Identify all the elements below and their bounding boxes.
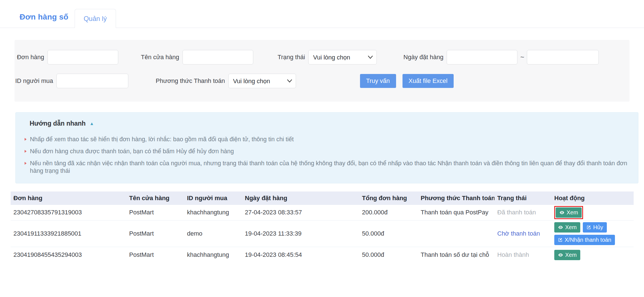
filter-buyer: ID người mua [15,74,128,88]
table-row: 23041908455435294003 PostMart khachhangt… [11,247,634,263]
status-badge: Hoàn thành [494,251,551,258]
filter-panel: Đơn hàng Tên cửa hàng Trạng thái Vui lòn… [15,40,629,102]
cancel-button[interactable]: Hủy [583,222,607,233]
status-badge: Chờ thanh toán [494,230,551,237]
tab-bar: Đơn hàng số Quản lý [0,0,644,28]
filter-date-range: Ngày đặt hàng ~ [403,50,599,64]
order-id: 23041911333921885001 [11,230,126,237]
order-total: 50.000đ [359,251,418,258]
eye-icon [558,225,563,230]
filter-payment: Phương thức Thanh toán Vui lòng chọn [156,74,296,88]
order-total: 50.000đ [359,230,418,237]
order-total: 200.000đ [359,209,418,216]
order-management-page: Đơn hàng số Quản lý Đơn hàng Tên cửa hàn… [0,0,644,297]
bullet-icon [25,150,27,153]
table-header-row: Đơn hàng Tên cửa hàng ID người mua Ngày … [11,191,634,205]
order-id: 23042708335791319003 [11,209,126,216]
date-label: Ngày đặt hàng [403,54,443,61]
list-item: Nếu đơn hàng chưa được thanh toán, bạn c… [24,148,630,155]
order-input[interactable] [48,50,118,64]
header-store: Tên cửa hàng [126,195,184,202]
table-row: 23042708335791319003 PostMart khachhangt… [11,205,634,221]
buyer-label: ID người mua [15,77,53,85]
filter-store: Tên cửa hàng [141,50,253,64]
collapse-arrow-icon: ▲ [89,121,94,126]
actions-cell: Xem [551,206,634,219]
bullet-icon [25,162,27,165]
header-total: Tổng đơn hàng [359,195,418,202]
eye-icon [559,210,565,215]
filter-status: Trạng thái Vui lòng chọn [278,50,377,64]
filter-row-1: Đơn hàng Tên cửa hàng Trạng thái Vui lòn… [15,50,629,64]
payment-method: Thanh toán số dư tại chỗ [418,251,494,258]
view-button[interactable]: Xem [554,250,580,260]
filter-row-2: ID người mua Phương thức Thanh toán Vui … [15,74,629,88]
tab-label: Quản lý [84,15,107,23]
date-range-separator: ~ [520,53,524,61]
payment-label: Phương thức Thanh toán [156,77,225,85]
buyer-input[interactable] [56,74,128,88]
list-item: Nhấp để xem thao tác sẽ hiển thị đơn hàn… [24,136,630,143]
edit-icon [586,225,591,230]
order-date: 19-04-2023 08:45:54 [242,251,359,258]
order-date: 19-04-2023 11:33:39 [242,230,359,237]
status-label: Trạng thái [278,54,305,61]
receive-payment-button[interactable]: X/Nhận thanh toán [554,235,615,245]
store-name: PostMart [126,230,184,237]
header-activity: Hoạt động [551,195,634,202]
buyer-id: khachhangtung [184,251,242,258]
header-order: Đơn hàng [11,195,126,202]
view-button[interactable]: Xem [554,222,580,233]
bullet-icon [25,138,27,141]
status-select[interactable]: Vui lòng chọn [308,50,377,64]
page-title: Đơn hàng số [20,13,68,21]
eye-icon [558,252,563,258]
tab-quan-ly[interactable]: Quản lý [75,9,116,28]
store-name: PostMart [126,251,184,258]
orders-table: Đơn hàng Tên cửa hàng ID người mua Ngày … [11,191,634,263]
quick-guide-list: Nhấp để xem thao tác sẽ hiển thị đơn hàn… [24,136,630,175]
store-name: PostMart [126,209,184,216]
query-button[interactable]: Truy vấn [360,74,396,88]
payment-method: Thanh toán qua PostPay [418,209,494,216]
header-payment: Phương thức Thanh toán [418,195,494,202]
quick-guide-panel: Hướng dẫn nhanh ▲ Nhấp để xem thao tác s… [15,112,638,183]
list-item: Nếu nền tảng đã xác nhận việc nhận thanh… [24,160,630,175]
quick-guide-toggle[interactable]: Hướng dẫn nhanh ▲ [30,120,630,127]
order-id: 23041908455435294003 [11,251,126,258]
order-date: 27-04-2023 08:33:57 [242,209,359,216]
highlight-box: Xem [554,206,583,219]
date-to-input[interactable] [527,50,599,64]
quick-guide-title: Hướng dẫn nhanh [30,120,86,127]
payment-select[interactable]: Vui lòng chọn [228,74,296,88]
header-status: Trạng thái [494,195,551,202]
header-date: Ngày đặt hàng [242,195,359,202]
actions-cell: Xem [551,250,634,260]
buyer-id: demo [184,230,242,237]
date-from-input[interactable] [447,50,517,64]
store-input[interactable] [183,50,253,64]
status-badge: Đã thanh toán [494,209,551,216]
export-excel-button[interactable]: Xuất file Excel [402,74,454,88]
table-row: 23041911333921885001 PostMart demo 19-04… [11,221,634,247]
filter-order: Đơn hàng [15,50,118,64]
store-label: Tên cửa hàng [141,54,179,61]
view-button[interactable]: Xem [556,207,582,218]
actions-cell: Xem Hủy [551,222,634,245]
buyer-id: khachhangtung [184,209,242,216]
edit-icon [558,238,563,242]
header-buyer: ID người mua [184,195,242,202]
order-label: Đơn hàng [15,54,44,61]
